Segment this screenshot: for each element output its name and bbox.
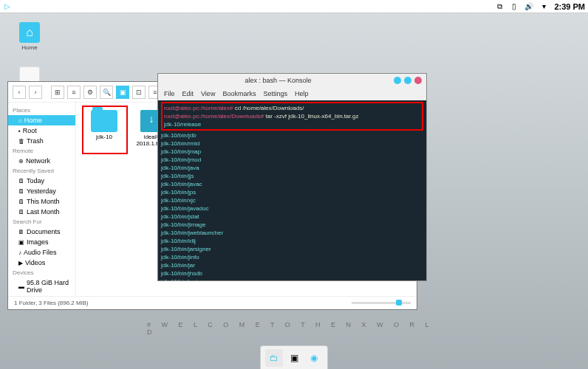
sb-search-header: Search For: [8, 217, 75, 227]
menu-help[interactable]: Help: [295, 90, 309, 97]
sidebar-item-root[interactable]: ▪Root: [8, 125, 75, 136]
menu-view[interactable]: View: [201, 90, 215, 97]
task-konsole[interactable]: ▣: [285, 349, 303, 367]
file-jdk10-folder[interactable]: jdk-10: [83, 110, 125, 140]
sidebar-item-thismonth[interactable]: 🗓This Month: [8, 196, 75, 207]
sidebar-item-audio[interactable]: ♪Audio Files: [8, 247, 75, 258]
task-browser[interactable]: ◉: [305, 349, 323, 367]
wallpaper-text: # W E L C O M E T O T H E N X W O R L D: [147, 321, 441, 336]
top-panel: ▷ ⧉ ▯ 🔊 ▾ 2:39 PM: [0, 0, 588, 13]
status-text: 1 Folder, 3 Files (896.2 MiB): [14, 300, 88, 306]
taskbar: 🗀 ▣ ◉: [260, 345, 328, 369]
minimize-button[interactable]: [394, 77, 401, 84]
volume-icon[interactable]: 🔊: [524, 2, 533, 11]
terminal[interactable]: root@alex-pc:/home/alex# cd /home/alex/D…: [158, 100, 426, 280]
clock[interactable]: 2:39 PM: [554, 2, 585, 11]
konsole-window: alex : bash — Konsole File Edit View Boo…: [157, 73, 427, 281]
sb-remote-header: Remote: [8, 146, 75, 156]
fm-sidebar: Places ⌂Home ▪Root 🗑Trash Remote ⊕Networ…: [8, 103, 76, 296]
menu-file[interactable]: File: [164, 90, 175, 97]
forward-button[interactable]: ›: [29, 86, 42, 99]
expand-icon[interactable]: ▾: [539, 2, 548, 11]
sidebar-item-home[interactable]: ⌂Home: [8, 115, 75, 125]
sidebar-item-documents[interactable]: 🗎Documents: [8, 227, 75, 237]
menu-edit[interactable]: Edit: [182, 90, 194, 97]
menu-settings[interactable]: Settings: [263, 90, 287, 97]
sidebar-item-disk[interactable]: ▬95.8 GiB Hard Drive: [8, 277, 75, 295]
maximize-button[interactable]: [404, 77, 411, 84]
battery-icon[interactable]: ▯: [510, 2, 519, 11]
search-icon[interactable]: 🔍: [100, 86, 113, 99]
term-title: alex : bash — Konsole: [163, 77, 394, 84]
split-button[interactable]: ⊡: [132, 86, 146, 99]
desktop-home-icon[interactable]: Home: [12, 22, 47, 51]
sidebar-item-trash[interactable]: 🗑Trash: [8, 136, 75, 146]
zoom-slider[interactable]: [352, 302, 411, 304]
view-list-button[interactable]: ≡: [67, 86, 81, 99]
view-icons-button[interactable]: ⊞: [51, 86, 64, 99]
fm-statusbar: 1 Folder, 3 Files (896.2 MiB): [8, 296, 417, 309]
clipboard-icon[interactable]: ⧉: [495, 2, 504, 11]
annotation-highlight: root@alex-pc:/home/alex# cd /home/alex/D…: [161, 102, 423, 131]
close-button[interactable]: [414, 77, 422, 84]
start-icon[interactable]: ▷: [3, 2, 12, 11]
sidebar-item-images[interactable]: ▣Images: [8, 237, 75, 247]
sidebar-item-yesterday[interactable]: 🗓Yesterday: [8, 186, 75, 196]
home-icon: [19, 22, 40, 43]
sidebar-item-videos[interactable]: ▶Videos: [8, 258, 75, 268]
sidebar-item-lastmonth[interactable]: 🗓Last Month: [8, 207, 75, 217]
sb-devices-header: Devices: [8, 268, 75, 277]
folder-icon: [91, 110, 117, 132]
sb-places-header: Places: [8, 106, 75, 115]
desktop-home-label: Home: [21, 44, 37, 51]
back-button[interactable]: ‹: [13, 86, 26, 99]
preview-button[interactable]: ▣: [116, 86, 129, 99]
term-menubar: File Edit View Bookmarks Settings Help: [158, 87, 426, 100]
task-filemanager[interactable]: 🗀: [265, 349, 283, 367]
file-label: jdk-10: [96, 134, 112, 140]
settings-icon[interactable]: ⚙: [83, 86, 97, 99]
sidebar-item-today[interactable]: 🗓Today: [8, 176, 75, 186]
sidebar-item-network[interactable]: ⊕Network: [8, 156, 75, 166]
sb-recent-header: Recently Saved: [8, 166, 75, 176]
menu-bookmarks[interactable]: Bookmarks: [222, 90, 256, 97]
term-titlebar[interactable]: alex : bash — Konsole: [158, 74, 426, 87]
